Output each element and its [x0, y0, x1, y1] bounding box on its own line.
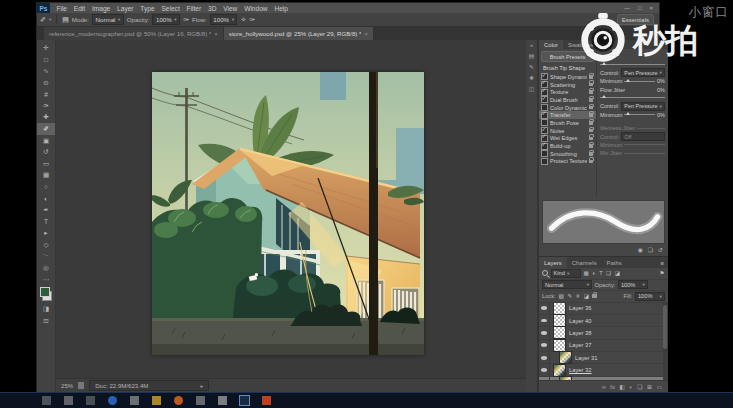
quick-select-tool-icon[interactable]: ⊙: [37, 77, 55, 89]
layer-name[interactable]: Layer 36: [569, 305, 592, 311]
brush-option-texture[interactable]: Texture: [539, 88, 596, 96]
delete-layer-icon[interactable]: ▭: [656, 384, 661, 390]
taskbar-photoshop-icon[interactable]: [240, 396, 249, 405]
flow-jitter-slider[interactable]: [600, 97, 665, 98]
maximize-button[interactable]: □: [638, 5, 642, 11]
menu-edit[interactable]: Edit: [70, 5, 88, 12]
checkbox[interactable]: [541, 158, 548, 165]
eye-visibility-icon[interactable]: [539, 327, 550, 338]
history-brush-tool-icon[interactable]: ↺: [37, 146, 55, 158]
lasso-tool-icon[interactable]: ∿: [37, 65, 55, 77]
reset-icon[interactable]: ↺: [658, 247, 663, 253]
panel-toggle-icon[interactable]: ▤: [62, 16, 69, 24]
close-button[interactable]: ×: [650, 5, 653, 11]
info-panel-icon[interactable]: ◫: [529, 86, 534, 92]
eye-visibility-icon[interactable]: [539, 364, 550, 375]
flow-select[interactable]: 100% ▾: [210, 14, 238, 25]
menu-window[interactable]: Window: [241, 5, 271, 12]
brush-option-transfer[interactable]: Transfer: [539, 111, 596, 119]
lock-icon[interactable]: [589, 83, 594, 87]
tab-color[interactable]: Color: [539, 40, 563, 49]
eye-visibility-icon[interactable]: [539, 352, 550, 363]
expander-icon[interactable]: ▸: [200, 383, 203, 389]
new-layer-icon[interactable]: ⊞: [647, 384, 652, 390]
tab-layers[interactable]: Layers: [539, 257, 567, 268]
minimum-slider[interactable]: [624, 114, 655, 115]
lock-icon[interactable]: [589, 90, 594, 94]
layer-row[interactable]: Layer 36: [539, 303, 668, 315]
brush-option-color-dynamics[interactable]: Color Dynamics: [539, 104, 596, 112]
layer-name[interactable]: Layer 38: [569, 330, 592, 336]
zoom-level[interactable]: 25%: [61, 382, 73, 389]
lock-icon[interactable]: [589, 106, 594, 110]
checkbox[interactable]: [541, 112, 548, 119]
marquee-tool-icon[interactable]: □: [37, 54, 55, 66]
menu-image[interactable]: Image: [89, 5, 114, 12]
lock-icon[interactable]: [589, 75, 594, 79]
document-tab-reference[interactable]: reference_modernographer.psd @ 50% (Laye…: [44, 27, 223, 40]
minimum-slider[interactable]: [624, 81, 655, 82]
checkbox[interactable]: [541, 150, 548, 157]
layer-thumbnail[interactable]: [553, 326, 566, 339]
lock-icon[interactable]: [589, 98, 594, 102]
layer-thumbnail[interactable]: [553, 339, 566, 352]
path-select-tool-icon[interactable]: ▸: [37, 228, 55, 240]
properties-panel-icon[interactable]: ▤: [529, 53, 534, 59]
gradient-tool-icon[interactable]: ▦: [37, 170, 55, 182]
color-swatches[interactable]: [39, 287, 53, 301]
menu-filter[interactable]: Filter: [183, 5, 204, 12]
foreground-color-swatch[interactable]: [40, 287, 50, 297]
taskbar-app-icon[interactable]: [174, 396, 183, 405]
lock-icon[interactable]: [589, 121, 594, 125]
brush-option-brush-pose[interactable]: Brush Pose: [539, 119, 596, 127]
tab-paths[interactable]: Paths: [602, 257, 627, 268]
layer-row[interactable]: Layer 31: [539, 352, 668, 364]
lock-icon[interactable]: [589, 160, 594, 164]
layers-scrollbar[interactable]: [663, 303, 668, 381]
eye-visibility-icon[interactable]: [539, 315, 550, 326]
new-brush-icon[interactable]: ❏: [648, 247, 653, 253]
menu-type[interactable]: Type: [137, 5, 158, 12]
close-icon[interactable]: ×: [214, 31, 218, 37]
lock-all-icon[interactable]: [592, 294, 597, 298]
layer-thumbnail[interactable]: [559, 376, 572, 380]
filter-shape-icon[interactable]: ❏: [606, 270, 612, 276]
lock-icon[interactable]: [589, 129, 594, 133]
brush-option-build-up[interactable]: Build-up: [539, 142, 596, 150]
brush-option-wet-edges[interactable]: Wet Edges: [539, 135, 596, 143]
menu-view[interactable]: View: [220, 5, 241, 12]
type-tool-icon[interactable]: T: [37, 216, 55, 228]
layer-style-icon[interactable]: fx: [610, 384, 615, 390]
filter-type-icon[interactable]: T: [599, 270, 603, 276]
minimize-button[interactable]: —: [624, 5, 630, 11]
filter-pin-icon[interactable]: ⚑: [659, 270, 665, 276]
blend-mode-select[interactable]: Normal ▾: [92, 14, 124, 25]
shape-tool-icon[interactable]: ◇: [37, 239, 55, 251]
layer-row[interactable]: Layer 32: [539, 364, 668, 376]
crop-tool-icon[interactable]: #: [37, 88, 55, 100]
tab-channels[interactable]: Channels: [567, 257, 602, 268]
blur-tool-icon[interactable]: ○: [37, 181, 55, 193]
chevron-down-icon[interactable]: ▾: [49, 17, 51, 22]
brush-option-dual-brush[interactable]: Dual Brush: [539, 96, 596, 104]
screen-mode-icon[interactable]: ⊡: [37, 315, 55, 327]
taskbar-app-icon[interactable]: [130, 396, 139, 405]
eye-visibility-icon[interactable]: [539, 340, 550, 351]
taskbar-app-icon[interactable]: [152, 396, 161, 405]
layer-row[interactable]: Layer 37: [539, 340, 668, 352]
layer-row[interactable]: Layer 38: [539, 327, 668, 339]
brush-tool-icon[interactable]: ✐: [40, 16, 46, 24]
layer-row[interactable]: Layer 29: [539, 377, 668, 380]
layer-row[interactable]: Layer 40: [539, 315, 668, 327]
taskbar-app-icon[interactable]: [108, 396, 117, 405]
dodge-tool-icon[interactable]: ◐: [37, 193, 55, 205]
layer-name[interactable]: Layer 31: [575, 355, 598, 361]
doc-size-field[interactable]: Doc: 22.9M/623.4M ▸: [89, 380, 209, 391]
brush-option-shape-dynamics[interactable]: Shape Dynamics: [539, 73, 596, 81]
menu-layer[interactable]: Layer: [114, 5, 137, 12]
brush-option-scattering[interactable]: Scattering: [539, 81, 596, 89]
healing-brush-tool-icon[interactable]: ✚: [37, 112, 55, 124]
layer-thumbnail[interactable]: [559, 351, 572, 364]
filter-pixel-icon[interactable]: ▦: [583, 270, 589, 276]
eraser-tool-icon[interactable]: ▭: [37, 158, 55, 170]
